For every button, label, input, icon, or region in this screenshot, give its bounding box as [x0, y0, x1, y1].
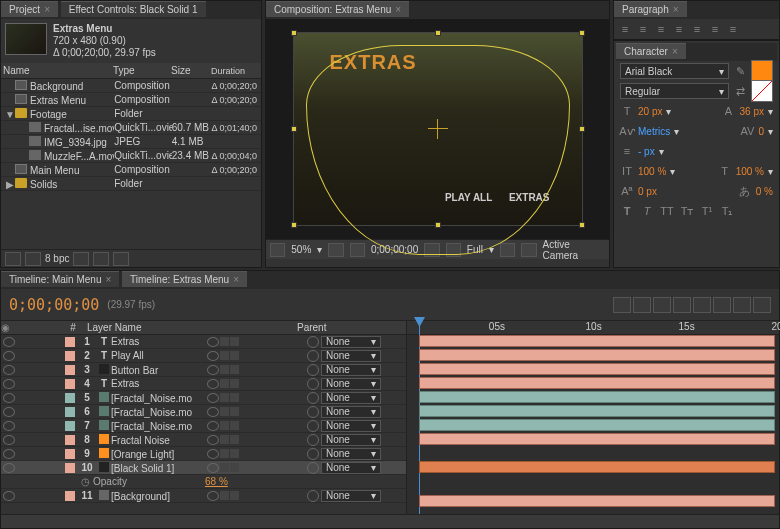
- hide-shy-button[interactable]: [653, 297, 671, 313]
- project-item[interactable]: MuzzleF...A.movQuickTi...ovie23.4 MBΔ 0;…: [1, 149, 261, 163]
- fill-color-swatch[interactable]: [751, 60, 773, 82]
- pickwhip-icon[interactable]: [307, 336, 319, 348]
- layer-color-label[interactable]: [65, 337, 75, 347]
- layer-handle[interactable]: [291, 222, 297, 228]
- layer-handle[interactable]: [579, 30, 585, 36]
- justify-right-icon[interactable]: ≡: [708, 23, 722, 35]
- visibility-toggle[interactable]: [3, 351, 15, 361]
- close-icon[interactable]: ×: [673, 4, 679, 15]
- layer-handle[interactable]: [579, 222, 585, 228]
- layer-name[interactable]: TPlay All: [97, 350, 207, 361]
- timeline-graph[interactable]: 05s 10s 15s 20s: [406, 321, 779, 514]
- chevron-down-icon[interactable]: ▾: [768, 126, 773, 137]
- switch-icon[interactable]: [220, 337, 229, 346]
- kerning-value[interactable]: Metrics: [638, 126, 670, 137]
- delete-button[interactable]: [113, 252, 129, 266]
- auto-keyframe-button[interactable]: [733, 297, 751, 313]
- project-item[interactable]: BackgroundCompositionΔ 0;00;20;0: [1, 79, 261, 93]
- layer-name[interactable]: TExtras: [97, 378, 207, 389]
- visibility-toggle[interactable]: [3, 491, 15, 501]
- parent-dropdown[interactable]: None▾: [321, 336, 381, 348]
- parent-dropdown[interactable]: None▾: [321, 378, 381, 390]
- pickwhip-icon[interactable]: [307, 378, 319, 390]
- justify-center-icon[interactable]: ≡: [690, 23, 704, 35]
- project-item[interactable]: ▼FootageFolder: [1, 107, 261, 121]
- parent-dropdown[interactable]: None▾: [321, 462, 381, 474]
- project-item[interactable]: Main MenuCompositionΔ 0;00;20;0: [1, 163, 261, 177]
- visibility-toggle[interactable]: [3, 449, 15, 459]
- comp-time[interactable]: 0;00;00;00: [371, 244, 418, 255]
- layer-color-label[interactable]: [65, 421, 75, 431]
- subscript-icon[interactable]: T₁: [720, 205, 734, 217]
- layer-name[interactable]: [Background]: [97, 490, 207, 502]
- pickwhip-icon[interactable]: [307, 350, 319, 362]
- faux-bold-icon[interactable]: T: [620, 205, 634, 217]
- layer-color-label[interactable]: [65, 435, 75, 445]
- visibility-toggle[interactable]: [3, 407, 15, 417]
- col-layer-num[interactable]: #: [63, 322, 83, 333]
- camera-dropdown[interactable]: Active Camera: [543, 239, 605, 261]
- visibility-toggle[interactable]: [3, 421, 15, 431]
- col-duration[interactable]: Duration: [211, 66, 261, 76]
- pickwhip-icon[interactable]: [307, 406, 319, 418]
- tab-character[interactable]: Character×: [616, 43, 686, 59]
- graph-editor-button[interactable]: [753, 297, 771, 313]
- layer-name[interactable]: [Orange Light]: [97, 448, 207, 460]
- layer-color-label[interactable]: [65, 351, 75, 361]
- switch-icon[interactable]: [207, 379, 219, 389]
- pickwhip-icon[interactable]: [307, 462, 319, 474]
- close-icon[interactable]: ×: [105, 274, 111, 285]
- parent-dropdown[interactable]: None▾: [321, 434, 381, 446]
- layer-duration-bar[interactable]: [419, 377, 775, 389]
- parent-dropdown[interactable]: None▾: [321, 350, 381, 362]
- frame-blend-button[interactable]: [673, 297, 691, 313]
- layer-handle[interactable]: [579, 126, 585, 132]
- switch-icon[interactable]: [230, 393, 239, 402]
- switch-icon[interactable]: [220, 393, 229, 402]
- layer-color-label[interactable]: [65, 379, 75, 389]
- layer-name[interactable]: [Fractal_Noise.mo: [97, 406, 207, 418]
- parent-dropdown[interactable]: None▾: [321, 490, 381, 502]
- switch-icon[interactable]: [220, 421, 229, 430]
- parent-dropdown[interactable]: None▾: [321, 364, 381, 376]
- switch-icon[interactable]: [230, 337, 239, 346]
- switch-icon[interactable]: [230, 379, 239, 388]
- font-style-dropdown[interactable]: Regular▾: [620, 83, 729, 99]
- tab-timeline-main[interactable]: Timeline: Main Menu×: [1, 271, 119, 287]
- switch-icon[interactable]: [230, 491, 239, 500]
- property-value[interactable]: 68 %: [205, 476, 228, 487]
- twirl-icon[interactable]: ▶: [5, 179, 15, 190]
- chevron-down-icon[interactable]: ▾: [674, 126, 679, 137]
- switch-icon[interactable]: [230, 463, 239, 472]
- pickwhip-icon[interactable]: [307, 448, 319, 460]
- align-right-icon[interactable]: ≡: [654, 23, 668, 35]
- brainstorm-button[interactable]: [713, 297, 731, 313]
- layer-name[interactable]: TExtras: [97, 336, 207, 347]
- close-icon[interactable]: ×: [395, 4, 401, 15]
- switch-icon[interactable]: [207, 337, 219, 347]
- switch-icon[interactable]: [207, 365, 219, 375]
- mask-toggle-button[interactable]: [350, 243, 365, 257]
- layer-duration-bar[interactable]: [419, 335, 775, 347]
- switch-icon[interactable]: [207, 463, 219, 473]
- magnification-button[interactable]: [270, 243, 285, 257]
- all-caps-icon[interactable]: TT: [660, 205, 674, 217]
- visibility-toggle[interactable]: [3, 337, 15, 347]
- switch-icon[interactable]: [220, 365, 229, 374]
- switch-icon[interactable]: [207, 421, 219, 431]
- current-time[interactable]: 0;00;00;00: [9, 296, 99, 314]
- av-features-icon[interactable]: ◉: [1, 322, 11, 333]
- layer-color-label[interactable]: [65, 491, 75, 501]
- visibility-toggle[interactable]: [3, 393, 15, 403]
- switch-icon[interactable]: [207, 449, 219, 459]
- parent-dropdown[interactable]: None▾: [321, 392, 381, 404]
- justify-all-icon[interactable]: ≡: [726, 23, 740, 35]
- col-layer-name[interactable]: Layer Name: [83, 322, 193, 333]
- switch-icon[interactable]: [207, 393, 219, 403]
- twirl-icon[interactable]: ▼: [5, 109, 15, 120]
- new-comp-button[interactable]: [93, 252, 109, 266]
- layer-name[interactable]: [Fractal_Noise.mo: [97, 392, 207, 404]
- layer-duration-bar[interactable]: [419, 419, 775, 431]
- composition-viewer[interactable]: EXTRAS PLAY ALL EXTRAS: [266, 19, 609, 239]
- layer-handle[interactable]: [435, 222, 441, 228]
